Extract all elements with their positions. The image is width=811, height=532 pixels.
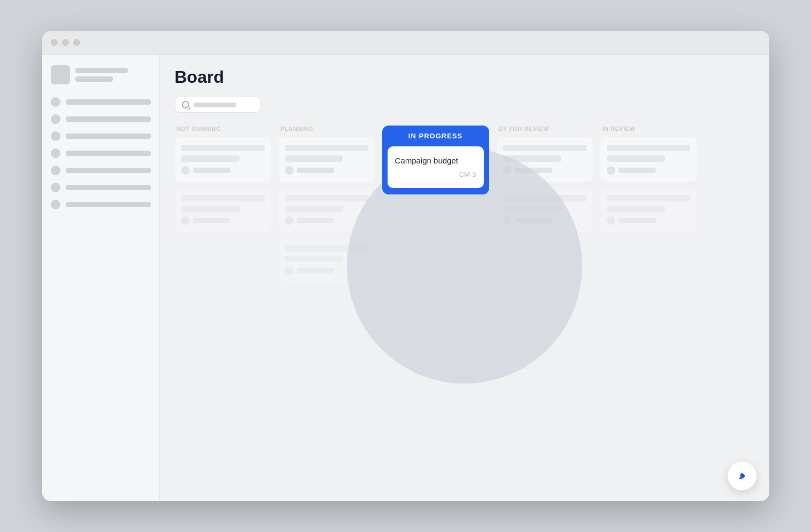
traffic-lights [51, 39, 80, 46]
card-bottom [607, 216, 690, 225]
highlighted-card[interactable]: Campaign budget CM-3 [388, 146, 484, 188]
sidebar-item-label [66, 202, 151, 207]
page-title: Board [175, 67, 754, 87]
card-bottom [285, 166, 368, 175]
card-avatar-icon [607, 216, 615, 225]
card-line [285, 206, 343, 212]
sidebar-dot-icon [51, 97, 60, 107]
browser-titlebar [42, 31, 769, 54]
sidebar-name-line [75, 68, 128, 73]
sidebar-item-label [66, 151, 151, 156]
card-bottom-line [619, 218, 656, 223]
card-bottom-line [619, 168, 656, 173]
sidebar-item-label [66, 134, 151, 139]
column-header-planning: PLANNING [279, 126, 375, 132]
card-line [285, 145, 368, 151]
column-header-in-review: IN REVIEW [600, 126, 697, 132]
card-line [503, 195, 586, 201]
sidebar-sub-line [75, 76, 113, 82]
card[interactable] [279, 187, 375, 232]
card-line [181, 155, 240, 162]
card-avatar-icon [503, 216, 512, 225]
card-avatar-icon [503, 166, 512, 175]
sidebar-item[interactable] [51, 131, 151, 141]
brand-icon [735, 468, 750, 483]
card-line [607, 195, 690, 201]
sidebar-dot-icon [51, 183, 60, 192]
card[interactable] [497, 137, 593, 182]
sidebar-dot-icon [51, 166, 60, 175]
card[interactable] [175, 137, 271, 182]
card[interactable] [279, 238, 375, 283]
column-header-not-running: NOT RUNNING [175, 126, 271, 132]
card-bottom [285, 216, 368, 225]
minimize-button[interactable] [62, 39, 69, 46]
card-line [285, 195, 368, 201]
column-ready-for-review: DY FOR REVIEW [497, 126, 593, 288]
column-planning: PLANNING [279, 126, 375, 288]
card-bottom [181, 166, 265, 175]
fullscreen-button[interactable] [73, 39, 80, 46]
card[interactable] [600, 187, 697, 232]
card-line [607, 155, 665, 162]
highlighted-column-inner: IN PROGRESS Campaign budget CM-3 [382, 126, 489, 194]
card-line [181, 195, 265, 201]
card-bottom [503, 166, 586, 175]
card-line [503, 145, 586, 151]
card-bottom [181, 216, 265, 225]
brand-logo [728, 461, 756, 490]
card-line [181, 145, 265, 151]
sidebar-nav [51, 97, 151, 209]
sidebar-title-lines [75, 68, 151, 82]
card-bottom-line [193, 218, 230, 223]
sidebar-item[interactable] [51, 166, 151, 175]
card-bottom-line [297, 218, 334, 223]
card-bottom-line [515, 168, 552, 173]
sidebar-item[interactable] [51, 114, 151, 124]
card-line [285, 155, 343, 162]
sidebar-item-label [66, 116, 151, 122]
main-content: Board NOT RUNNING [160, 54, 769, 501]
card-avatar-icon [285, 216, 293, 225]
card[interactable] [600, 137, 697, 182]
search-placeholder [194, 103, 236, 107]
card-bottom [607, 166, 690, 175]
card-title: Campaign budget [395, 156, 476, 165]
sidebar-item-label [66, 185, 151, 190]
card-avatar-icon [285, 267, 293, 275]
column-in-progress: IN PROGRESS Campaign budget CM-3 [382, 126, 489, 288]
sidebar-item-label [66, 168, 151, 173]
card[interactable] [175, 187, 271, 232]
card-bottom-line [193, 168, 230, 173]
search-bar[interactable] [175, 97, 260, 113]
sidebar-header [51, 65, 151, 84]
card-bottom [503, 216, 586, 225]
sidebar-dot-icon [51, 148, 60, 158]
card-ticket-id: CM-3 [395, 170, 476, 178]
card-line [285, 256, 343, 262]
card-avatar-icon [181, 216, 190, 225]
card-line [503, 155, 561, 162]
card-bottom [285, 267, 368, 275]
close-button[interactable] [51, 39, 58, 46]
card-avatar-icon [181, 166, 190, 175]
card-bottom-line [297, 168, 334, 173]
sidebar-item[interactable] [51, 97, 151, 107]
card-bottom-line [515, 218, 552, 223]
sidebar-item[interactable] [51, 148, 151, 158]
card-bottom-line [297, 268, 334, 273]
card-line [285, 245, 368, 252]
sidebar-item[interactable] [51, 183, 151, 192]
column-in-review: IN REVIEW [600, 126, 697, 288]
browser-body: Board NOT RUNNING [42, 54, 769, 501]
card-avatar-icon [285, 166, 293, 175]
sidebar-item[interactable] [51, 200, 151, 209]
card-avatar-icon [607, 166, 615, 175]
sidebar-item-label [66, 99, 151, 105]
card-line [607, 206, 665, 212]
card[interactable] [497, 187, 593, 232]
card[interactable] [279, 137, 375, 182]
sidebar-dot-icon [51, 114, 60, 124]
sidebar-dot-icon [51, 131, 60, 141]
column-header-in-progress: IN PROGRESS [388, 132, 484, 140]
